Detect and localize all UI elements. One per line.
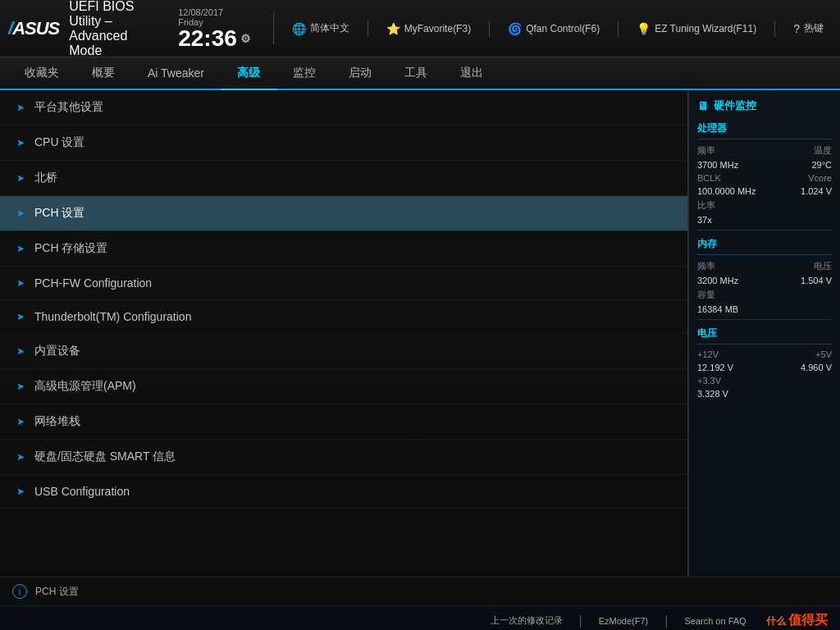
arrow-icon-10: ➤ xyxy=(16,451,25,463)
voltage-12v-value: 12.192 V xyxy=(697,363,733,372)
hotkey-icon: ? xyxy=(793,22,800,35)
hotkey-menu-item[interactable]: ? 热键 xyxy=(785,18,832,39)
tab-advanced[interactable]: 高级 xyxy=(221,57,276,90)
voltage-33v-label-row: +3.3V xyxy=(697,376,832,386)
voltage-33v-label: +3.3V xyxy=(697,376,721,386)
qfan-menu-item[interactable]: 🌀 Qfan Control(F6) xyxy=(500,19,608,39)
menu-item-apm[interactable]: ➤ 高级电源管理(APM) xyxy=(0,369,687,404)
mem-freq-value-row: 3200 MHz 1.504 V xyxy=(697,276,832,285)
divider-3 xyxy=(489,21,490,37)
menu-item-platform[interactable]: ➤ 平台其他设置 xyxy=(0,90,687,126)
tab-tools[interactable]: 工具 xyxy=(388,57,444,90)
divider-2 xyxy=(368,21,368,37)
menu-item-onboard[interactable]: ➤ 内置设备 xyxy=(0,334,687,369)
mem-freq-label: 频率 xyxy=(697,260,715,272)
divider-5 xyxy=(774,21,775,37)
datetime-block: 12/08/2017 Friday 22:36 ⚙ xyxy=(178,7,251,50)
cpu-bclk-label: BCLK xyxy=(697,173,721,183)
menu-item-northbridge[interactable]: ➤ 北桥 xyxy=(0,161,687,196)
menu-item-pch[interactable]: ➤ PCH 设置 xyxy=(0,196,687,231)
cpu-freq-row: 频率 温度 xyxy=(697,144,832,157)
menu-item-cpu[interactable]: ➤ CPU 设置 xyxy=(0,126,687,161)
mem-capacity-label-row: 容量 xyxy=(697,289,832,301)
bios-title: UEFI BIOS Utility – Advanced Mode xyxy=(69,0,162,58)
tab-overview[interactable]: 概要 xyxy=(75,57,131,90)
arrow-icon-6: ➤ xyxy=(16,311,25,322)
cpu-bclk-row: BCLK Vcore xyxy=(697,173,832,183)
date-display: 12/08/2017 Friday xyxy=(178,7,223,27)
voltage-12v-label-row: +12V +5V xyxy=(697,349,832,359)
menu-item-pch-fw[interactable]: ➤ PCH-FW Configuration xyxy=(0,267,687,300)
hw-monitor-title: 🖥 硬件监控 xyxy=(697,98,832,113)
faq-link[interactable]: Search on FAQ xyxy=(684,616,746,626)
divider-4 xyxy=(618,21,619,37)
top-bar: /ASUS UEFI BIOS Utility – Advanced Mode … xyxy=(0,0,840,57)
top-menu: 🌐 简体中文 ⭐ MyFavorite(F3) 🌀 Qfan Control(F… xyxy=(284,18,832,39)
cpu-freq-label: 频率 xyxy=(697,144,715,157)
eztuning-menu-item[interactable]: 💡 EZ Tuning Wizard(F11) xyxy=(628,19,765,39)
cpu-freq-value-row: 3700 MHz 29°C xyxy=(697,160,832,170)
menu-item-network[interactable]: ➤ 网络堆栈 xyxy=(0,404,687,440)
time-display: 22:36 ⚙ xyxy=(178,27,251,50)
status-bar: i PCH 设置 xyxy=(0,577,840,605)
tab-monitor[interactable]: 监控 xyxy=(276,57,332,90)
arrow-icon-0: ➤ xyxy=(16,102,25,113)
menu-item-thunderbolt[interactable]: ➤ Thunderbolt(TM) Configuration xyxy=(0,300,687,334)
mem-capacity-label: 容量 xyxy=(697,289,715,301)
cpu-ratio-label: 比率 xyxy=(697,199,715,212)
left-panel: ➤ 平台其他设置 ➤ CPU 设置 ➤ 北桥 ➤ PCH 设置 ➤ PCH 存储… xyxy=(0,90,688,577)
voltage-5v-label: +5V xyxy=(815,349,832,359)
cpu-ratio-label-row: 比率 xyxy=(697,199,832,212)
tab-boot[interactable]: 启动 xyxy=(332,57,388,90)
cpu-bclk-value-row: 100.0000 MHz 1.024 V xyxy=(697,186,832,196)
myfavorite-menu-item[interactable]: ⭐ MyFavorite(F3) xyxy=(378,19,479,39)
arrow-icon-5: ➤ xyxy=(16,277,25,289)
history-link[interactable]: 上一次的修改记录 xyxy=(491,614,563,627)
info-icon: i xyxy=(12,584,27,599)
top-right-controls: 12/08/2017 Friday 22:36 ⚙ 🌐 简体中文 ⭐ MyFav… xyxy=(178,7,832,50)
arrow-icon-3: ➤ xyxy=(16,208,25,219)
bottom-divider-1: | xyxy=(579,614,582,628)
voltage-section-title: 电压 xyxy=(697,326,832,345)
arrow-icon-4: ➤ xyxy=(16,243,25,254)
cpu-bclk-value: 100.0000 MHz xyxy=(697,186,756,196)
arrow-icon-8: ➤ xyxy=(16,381,25,392)
language-menu-item[interactable]: 🌐 简体中文 xyxy=(284,18,358,39)
brand-value: 什么 值得买 xyxy=(766,615,828,627)
lightbulb-icon: 💡 xyxy=(637,22,651,35)
bottom-links: 上一次的修改记录 | EzMode(F7) | Search on FAQ 什么… xyxy=(0,612,840,629)
arrow-icon-11: ➤ xyxy=(16,486,25,497)
voltage-12v-value-row: 12.192 V 4.960 V xyxy=(697,363,832,372)
status-text: PCH 设置 xyxy=(35,585,79,599)
mem-voltage-value: 1.504 V xyxy=(801,276,832,285)
settings-icon[interactable]: ⚙ xyxy=(240,33,251,44)
cpu-temp-value: 29°C xyxy=(811,160,832,170)
menu-item-pch-storage[interactable]: ➤ PCH 存储设置 xyxy=(0,231,687,267)
menu-item-smart[interactable]: ➤ 硬盘/固态硬盘 SMART 信息 xyxy=(0,440,687,475)
cpu-temp-label: 温度 xyxy=(814,144,832,157)
mem-freq-value: 3200 MHz xyxy=(697,276,738,285)
ezmode-link[interactable]: EzMode(F7) xyxy=(599,616,649,626)
divider-1 xyxy=(273,12,274,45)
asus-logo: /ASUS xyxy=(8,18,59,39)
tab-favorites[interactable]: 收藏夹 xyxy=(8,57,75,90)
arrow-icon-7: ➤ xyxy=(16,345,25,357)
favorite-icon: ⭐ xyxy=(386,22,400,35)
voltage-12v-label: +12V xyxy=(697,349,719,359)
menu-item-usb[interactable]: ➤ USB Configuration xyxy=(0,475,687,509)
voltage-5v-value: 4.960 V xyxy=(801,363,832,372)
tab-exit[interactable]: 退出 xyxy=(444,57,500,90)
tab-ai-tweaker[interactable]: Ai Tweaker xyxy=(131,57,221,90)
voltage-33v-value: 3.328 V xyxy=(697,389,728,399)
arrow-icon-1: ➤ xyxy=(16,137,25,148)
cpu-ratio-value-row: 37x xyxy=(697,215,832,225)
cpu-section-title: 处理器 xyxy=(697,121,832,139)
mem-section-title: 内存 xyxy=(697,237,832,255)
cpu-ratio-value: 37x xyxy=(697,215,712,225)
bottom-bar: 上一次的修改记录 | EzMode(F7) | Search on FAQ 什么… xyxy=(0,605,840,630)
hw-divider-1 xyxy=(697,230,832,231)
fan-icon: 🌀 xyxy=(508,22,522,35)
right-panel: 🖥 硬件监控 处理器 频率 温度 3700 MHz 29°C BCLK Vcor… xyxy=(688,90,840,577)
hw-divider-2 xyxy=(697,319,832,320)
mem-capacity-value-row: 16384 MB xyxy=(697,304,832,314)
